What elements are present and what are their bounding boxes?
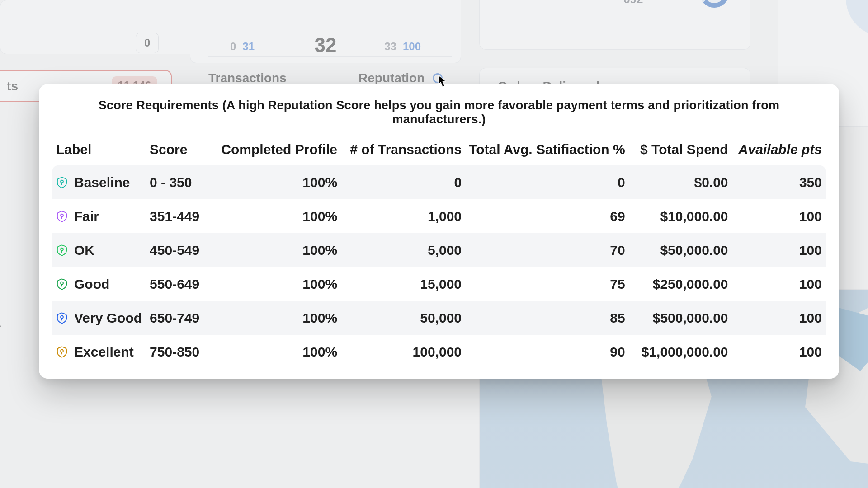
col-transactions: # of Transactions [341,137,465,165]
cell-available-pts: 350 [732,165,826,199]
tier-badge-icon [56,244,68,256]
table-row: Good550-649100%15,00075$250,000.00100 [52,267,826,301]
card-divider [208,56,452,57]
cell-label: Baseline [52,165,146,199]
row-id: CEGQJXI [0,226,1,239]
row-id: ROT4V9A [0,316,1,330]
cell-score: 450-549 [146,233,212,267]
cell-satisfaction: 75 [465,267,629,301]
sidebar-count-badge: 0 [136,33,159,53]
cell-score: 750-850 [146,335,212,369]
cell-transactions: 100,000 [341,335,465,369]
cell-available-pts: 100 [732,199,826,233]
col-profile: Completed Profile [212,137,341,165]
completion-fraction: 473 / 692 [623,0,650,6]
tier-label: OK [74,243,94,258]
cell-transactions: 15,000 [341,267,465,301]
cell-spend: $500,000.00 [629,301,732,335]
score-requirements-table: Label Score Completed Profile # of Trans… [52,137,826,369]
gauge-center-value: 32 [315,34,337,56]
cell-profile: 100% [212,233,341,267]
cell-satisfaction: 69 [465,199,629,233]
cell-profile: 100% [212,335,341,369]
cell-spend: $10,000.00 [629,199,732,233]
progress-ring-icon [699,0,729,8]
cell-available-pts: 100 [732,267,826,301]
cell-profile: 100% [212,267,341,301]
col-available-pts: Available pts [732,137,826,165]
cell-available-pts: 100 [732,301,826,335]
donut-chart-icon [846,0,868,37]
reputation-gauge-card: 031 33100 32 Transactions Reputation [190,0,461,63]
card-subheader-transactions: Transactions [208,71,287,85]
sidebar-item-label: ts [7,79,18,94]
id-column: CEGQJXI VPG79N8 ROT4V9A [0,226,1,330]
table-header-row: Label Score Completed Profile # of Trans… [52,137,826,165]
info-icon[interactable] [433,73,443,83]
tier-badge-icon [56,278,68,290]
cell-score: 650-749 [146,301,212,335]
tier-badge-icon [56,211,68,222]
score-requirements-popover: Score Requirements (A high Reputation Sc… [39,84,839,379]
cell-available-pts: 100 [732,233,826,267]
cell-label: Very Good [52,301,146,335]
tier-label: Baseline [74,175,130,190]
cell-spend: $50,000.00 [629,233,732,267]
cell-spend: $1,000,000.00 [629,335,732,369]
cell-satisfaction: 0 [465,165,629,199]
gauge-min-blue: 31 [242,40,255,53]
cell-score: 0 - 350 [146,165,212,199]
cell-transactions: 5,000 [341,233,465,267]
cell-satisfaction: 70 [465,233,629,267]
cell-transactions: 0 [341,165,465,199]
tier-badge-icon [56,346,68,358]
table-row: Excellent750-850100%100,00090$1,000,000.… [52,335,826,369]
cell-transactions: 1,000 [341,199,465,233]
popover-title: Score Requirements (A high Reputation Sc… [52,99,826,127]
cell-profile: 100% [212,199,341,233]
cell-available-pts: 100 [732,335,826,369]
tier-label: Fair [74,209,99,224]
cell-label: Fair [52,199,146,233]
col-label: Label [52,137,146,165]
table-row: Baseline0 - 350100%00$0.00350 [52,165,826,199]
col-score: Score [146,137,212,165]
cell-spend: $0.00 [629,165,732,199]
cell-profile: 100% [212,301,341,335]
completion-card[interactable]: 68.4% 473 / 692 [479,0,750,50]
cell-label: OK [52,233,146,267]
tier-badge-icon [56,177,68,188]
completion-percent: 68.4% [498,0,552,4]
gauge-min-grey: 0 [230,40,236,53]
tier-badge-icon [56,312,68,324]
table-row: Very Good650-749100%50,00085$500,000.001… [52,301,826,335]
col-spend: $ Total Spend [629,137,732,165]
cell-score: 351-449 [146,199,212,233]
card-subheader-reputation[interactable]: Reputation [359,71,443,85]
cell-label: Good [52,267,146,301]
table-row: OK450-549100%5,00070$50,000.00100 [52,233,826,267]
tier-label: Excellent [74,344,134,360]
row-id: VPG79N8 [0,271,1,285]
gauge-max-blue: 100 [403,40,421,53]
tier-label: Very Good [74,310,142,326]
cell-satisfaction: 90 [465,335,629,369]
cell-label: Excellent [52,335,146,369]
cell-spend: $250,000.00 [629,267,732,301]
cell-score: 550-649 [146,267,212,301]
cell-transactions: 50,000 [341,301,465,335]
cell-profile: 100% [212,165,341,199]
gauge-max-grey: 33 [384,40,396,53]
col-satisfaction: Total Avg. Satifiaction % [465,137,629,165]
tier-label: Good [74,277,109,292]
table-row: Fair351-449100%1,00069$10,000.00100 [52,199,826,233]
cell-satisfaction: 85 [465,301,629,335]
